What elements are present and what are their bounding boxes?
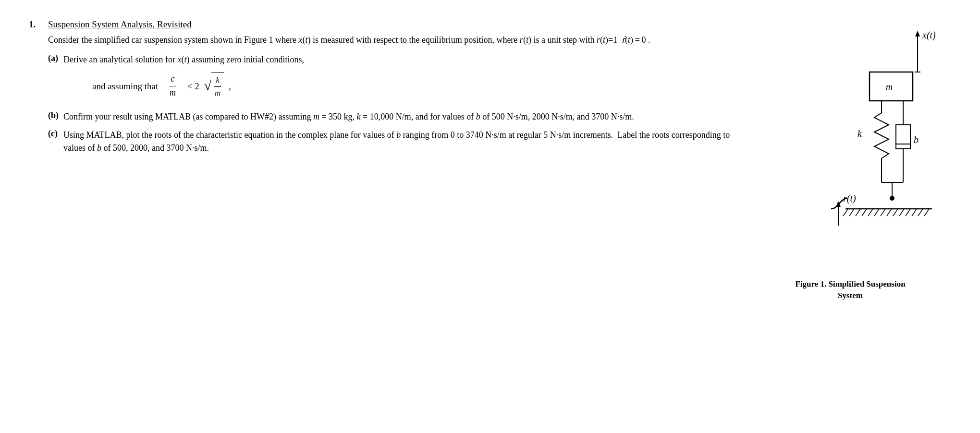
math-condition: and assuming that c m < 2 √ k: [92, 72, 304, 100]
part-c-content: Using MATLAB, plot the roots of the char…: [63, 129, 735, 156]
sqrt-k-m: √ k m: [204, 72, 224, 100]
svg-line-15: [868, 209, 873, 216]
part-a-item: (a) Derive an analytical solution for x(…: [48, 53, 735, 106]
damper-b: [896, 125, 910, 149]
part-b-content: Confirm your result using MATLAB (as com…: [63, 110, 634, 124]
svg-line-22: [912, 209, 917, 216]
sub-items-container: (a) Derive an analytical solution for x(…: [48, 53, 735, 155]
right-figure: x(t) m k: [749, 19, 951, 301]
part-a-content: Derive an analytical solution for x(t) a…: [63, 53, 304, 106]
svg-line-20: [899, 209, 904, 216]
svg-line-18: [887, 209, 892, 216]
sqrt-symbol: √: [204, 79, 211, 93]
part-c-item: (c) Using MATLAB, plot the roots of the …: [48, 129, 735, 156]
part-b-label: (b): [48, 110, 63, 120]
part-c-label: (c): [48, 129, 63, 139]
svg-line-21: [906, 209, 910, 216]
math-prefix: and assuming that: [92, 79, 158, 93]
rt-label: r(t): [843, 193, 856, 204]
left-content: 1. Suspension System Analysis, Revisited…: [29, 19, 749, 301]
mass-label: m: [886, 82, 893, 92]
svg-line-11: [843, 209, 848, 216]
problem-intro: Consider the simplified car suspension s…: [48, 34, 735, 47]
part-b-text: Confirm your result using MATLAB (as com…: [63, 112, 634, 121]
svg-line-14: [862, 209, 867, 216]
less-than: < 2: [187, 79, 199, 93]
xt-label: x(t): [922, 30, 936, 41]
problem-header: 1. Suspension System Analysis, Revisited: [29, 19, 735, 30]
svg-line-16: [874, 209, 879, 216]
problem-number: 1.: [29, 19, 43, 30]
math-comma: ,: [229, 79, 231, 93]
part-b-item: (b) Confirm your result using MATLAB (as…: [48, 110, 735, 124]
ground-dot: [890, 196, 894, 201]
sqrt-fraction-k-m: k m: [213, 74, 222, 100]
figure-container: x(t) m k: [769, 24, 932, 301]
part-a-text: Derive an analytical solution for x(t) a…: [63, 55, 304, 64]
svg-line-24: [924, 209, 929, 216]
page-container: 1. Suspension System Analysis, Revisited…: [29, 19, 951, 301]
figure-caption-text: Figure 1. Simplified Suspension System: [795, 279, 905, 300]
k-label: k: [858, 128, 862, 139]
spring-k: [874, 113, 889, 158]
svg-line-13: [856, 209, 860, 216]
svg-line-19: [893, 209, 898, 216]
problem-title: Suspension System Analysis, Revisited: [48, 19, 192, 30]
figure-caption: Figure 1. Simplified Suspension System: [783, 278, 918, 301]
fraction-c-m: c m: [168, 72, 177, 100]
b-label: b: [914, 134, 919, 145]
sqrt-content: k m: [211, 72, 224, 100]
svg-line-17: [881, 209, 885, 216]
part-c-text: Using MATLAB, plot the roots of the char…: [63, 130, 730, 153]
suspension-diagram: x(t) m k: [769, 24, 932, 274]
svg-line-12: [849, 209, 854, 216]
svg-line-23: [918, 209, 923, 216]
svg-marker-1: [915, 31, 920, 36]
part-a-label: (a): [48, 53, 63, 63]
